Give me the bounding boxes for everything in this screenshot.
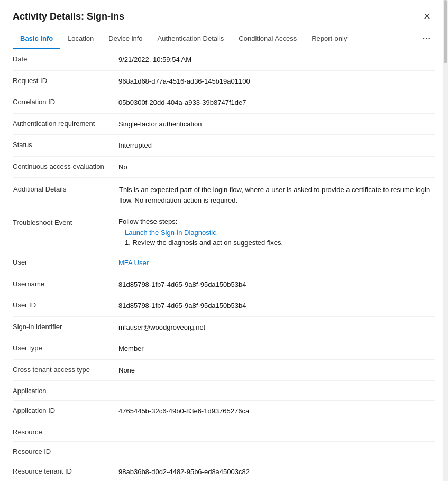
tab-more-button[interactable]: ··· xyxy=(418,29,435,49)
label-application-id: Application ID xyxy=(13,406,118,414)
label-cae: Continuous access evaluation xyxy=(13,162,118,170)
scrollbar-thumb[interactable] xyxy=(444,0,447,63)
row-correlation-id: Correlation ID 05b0300f-20dd-404a-a933-3… xyxy=(13,92,435,114)
value-user-type: Member xyxy=(118,343,435,354)
label-correlation-id: Correlation ID xyxy=(13,97,118,106)
row-resource: Resource xyxy=(13,422,435,442)
row-cross-tenant: Cross tenant access type None xyxy=(13,360,435,382)
value-signin-identifier: mfauser@woodgroveorg.net xyxy=(118,322,435,333)
row-additional-details: Additional Details This is an expected p… xyxy=(13,179,435,211)
value-application-id: 4765445b-32c6-49b0-83e6-1d93765276ca xyxy=(118,406,435,416)
label-user-id: User ID xyxy=(13,301,118,309)
label-user: User xyxy=(13,258,118,266)
panel-header: Activity Details: Sign-ins ✕ xyxy=(0,0,448,29)
troubleshoot-step-1: 1. Review the diagnosis and act on sugge… xyxy=(125,239,435,247)
label-signin-identifier: Sign-in identifier xyxy=(13,322,118,331)
row-application-id: Application ID 4765445b-32c6-49b0-83e6-1… xyxy=(13,401,435,422)
value-auth-req: Single-factor authentication xyxy=(118,119,435,130)
row-resource-id: Resource ID xyxy=(13,442,435,461)
tab-bar: Basic info Location Device info Authenti… xyxy=(0,29,448,49)
label-auth-req: Authentication requirement xyxy=(13,119,118,128)
value-user[interactable]: MFA User xyxy=(118,258,435,268)
value-username: 81d85798-1fb7-4d65-9a8f-95da150b53b4 xyxy=(118,279,435,290)
tab-authentication-details[interactable]: Authentication Details xyxy=(150,29,232,49)
tab-device-info[interactable]: Device info xyxy=(101,29,150,49)
row-status: Status Interrupted xyxy=(13,135,435,157)
row-date: Date 9/21/2022, 10:59:54 AM xyxy=(13,49,435,71)
tab-conditional-access[interactable]: Conditional Access xyxy=(231,29,304,49)
value-date: 9/21/2022, 10:59:54 AM xyxy=(118,55,435,65)
value-status: Interrupted xyxy=(118,140,435,151)
label-resource-tenant-id: Resource tenant ID xyxy=(13,467,118,475)
scrollbar[interactable] xyxy=(443,0,448,481)
label-troubleshoot: Troubleshoot Event xyxy=(13,217,118,226)
panel-title: Activity Details: Sign-ins xyxy=(13,11,124,22)
row-cae: Continuous access evaluation No xyxy=(13,157,435,178)
label-request-id: Request ID xyxy=(13,76,118,85)
row-username: Username 81d85798-1fb7-4d65-9a8f-95da150… xyxy=(13,274,435,296)
value-resource-tenant-id: 98ab36b8-d0d2-4482-95b6-ed8a45003c82 xyxy=(118,467,435,477)
label-resource-id: Resource ID xyxy=(13,447,118,456)
label-date: Date xyxy=(13,55,118,63)
panel-content: Date 9/21/2022, 10:59:54 AM Request ID 9… xyxy=(0,49,448,481)
tab-report-only[interactable]: Report-only xyxy=(304,29,354,49)
value-cae: No xyxy=(118,162,435,173)
label-username: Username xyxy=(13,279,118,288)
row-application: Application xyxy=(13,381,435,401)
label-additional-details: Additional Details xyxy=(13,185,119,193)
label-application: Application xyxy=(13,386,118,395)
row-user: User MFA User xyxy=(13,252,435,274)
label-status: Status xyxy=(13,140,118,149)
value-additional-details: This is an expected part of the login fl… xyxy=(119,185,435,205)
row-user-id: User ID 81d85798-1fb7-4d65-9a8f-95da150b… xyxy=(13,295,435,317)
value-user-id: 81d85798-1fb7-4d65-9a8f-95da150b53b4 xyxy=(118,301,435,311)
troubleshoot-steps: Follow these steps: Launch the Sign-in D… xyxy=(118,217,435,247)
label-cross-tenant: Cross tenant access type xyxy=(13,365,118,374)
row-user-type: User type Member xyxy=(13,338,435,360)
label-resource: Resource xyxy=(13,428,118,436)
row-signin-identifier: Sign-in identifier mfauser@woodgroveorg.… xyxy=(13,317,435,339)
row-request-id: Request ID 968a1d68-d77a-4516-ad36-145b1… xyxy=(13,71,435,93)
value-correlation-id: 05b0300f-20dd-404a-a933-39b8747f1de7 xyxy=(118,97,435,108)
tab-location[interactable]: Location xyxy=(60,29,101,49)
close-button[interactable]: ✕ xyxy=(419,10,435,23)
row-troubleshoot: Troubleshoot Event Follow these steps: L… xyxy=(13,212,435,252)
label-user-type: User type xyxy=(13,343,118,352)
row-resource-tenant-id: Resource tenant ID 98ab36b8-d0d2-4482-95… xyxy=(13,461,435,482)
value-request-id: 968a1d68-d77a-4516-ad36-145b19a01100 xyxy=(118,76,435,87)
value-cross-tenant: None xyxy=(118,365,435,376)
launch-diagnostic-link[interactable]: Launch the Sign-in Diagnostic. xyxy=(125,229,435,237)
activity-details-panel: Activity Details: Sign-ins ✕ Basic info … xyxy=(0,0,448,481)
tab-basic-info[interactable]: Basic info xyxy=(13,29,60,49)
troubleshoot-follow-text: Follow these steps: xyxy=(118,217,435,225)
row-auth-req: Authentication requirement Single-factor… xyxy=(13,114,435,135)
